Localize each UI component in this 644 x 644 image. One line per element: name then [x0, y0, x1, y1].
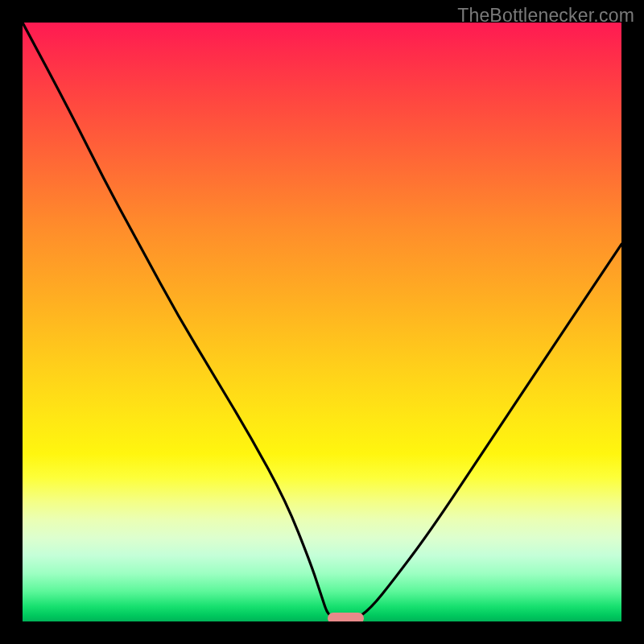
- bottleneck-curve: [23, 23, 621, 621]
- watermark-text: TheBottlenecker.com: [457, 5, 634, 27]
- optimal-range-marker: [328, 613, 364, 621]
- plot-area: [23, 23, 621, 621]
- chart-frame: TheBottlenecker.com: [0, 0, 644, 644]
